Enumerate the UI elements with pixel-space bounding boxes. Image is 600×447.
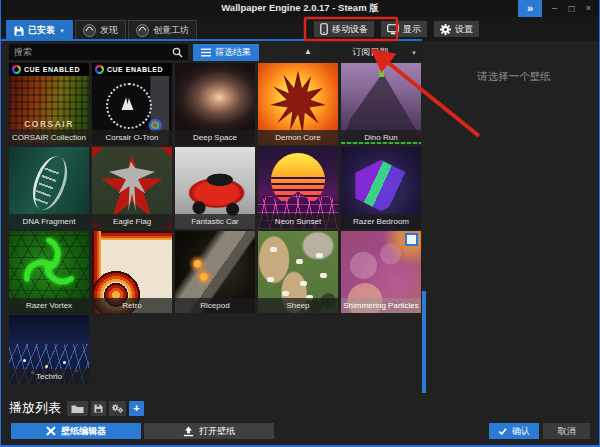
playlist-buttons: + [67,401,144,416]
icue-logo-icon [12,65,21,74]
wallpaper-tile-corsair-o-tron[interactable]: CUE ENABLED Corsair O-Tron [92,63,172,145]
wallpaper-tile-razer-vortex[interactable]: Razer Vortex [9,231,89,313]
phone-icon [320,23,328,35]
wallpaper-tile-dna-fragment[interactable]: DNA Fragment [9,147,89,229]
sort-dropdown[interactable]: 订阅日期 ▼ [319,44,422,61]
topbar-buttons: 移动设备 显示 设置 [314,21,479,37]
display-label: 显示 [403,23,421,36]
window-controls: » – □ × [518,0,597,17]
close-button[interactable]: × [580,0,597,17]
tab-discover[interactable]: 发现 [75,20,126,40]
tile-checkbox[interactable] [405,233,418,246]
open-wallpaper-button[interactable]: 打开壁纸 [144,423,274,439]
wallpaper-title: Techno [9,369,89,384]
wallpaper-tile-ricepod[interactable]: Ricepod [175,231,255,313]
wallpaper-title: Deep Space [175,130,255,145]
collapse-arrow[interactable]: ▲ [304,47,312,56]
filter-results-button[interactable]: 筛选结果 [193,44,259,61]
gears-icon [112,404,123,413]
wallpaper-title: CORSAIR Collection [9,130,89,145]
tab-installed-label: 已安装 [28,24,55,37]
wallpaper-tile-fantastic-car[interactable]: Fantastic Car [175,147,255,229]
chevron-down-icon: ▼ [59,28,65,34]
dino-sprite [379,70,384,77]
minimize-button[interactable]: – [546,0,563,17]
wallpaper-tile-retro[interactable]: Retro [92,231,172,313]
wallpaper-tile-eagle-flag[interactable]: Eagle Flag [92,147,172,229]
razer-logo-art [17,234,81,298]
wallpaper-tile-corsair-collection[interactable]: CUE ENABLED CORSAIR CORSAIR Collection [9,63,89,145]
confirm-label: 确认 [512,425,530,438]
mobile-device-button[interactable]: 移动设备 [314,21,374,37]
tab-underline [1,39,422,41]
mobile-device-label: 移动设备 [332,23,368,36]
grid-scrollbar-thumb[interactable] [422,291,426,393]
wallpaper-tile-dino-run[interactable]: Dino Run [341,63,421,145]
wallpaper-title: DNA Fragment [9,214,89,229]
wallpaper-title: Corsair O-Tron [92,130,172,145]
wallpaper-title: Demon Core [258,130,338,145]
wallpaper-tile-neon-sunset[interactable]: Neon Sunset [258,147,338,229]
wallpaper-title: Neon Sunset [258,214,338,229]
wallpaper-title: Fantastic Car [175,214,255,229]
maximize-button[interactable]: □ [563,0,580,17]
playlist-open-folder-button[interactable] [67,401,88,416]
playlist-save-button[interactable] [91,401,106,416]
wallpaper-title: Razer Bedroom [341,214,421,229]
icue-logo-icon [95,65,104,74]
wallpaper-title: Retro [92,298,172,313]
wallpaper-tile-deep-space[interactable]: Deep Space [175,63,255,145]
settings-label: 设置 [455,23,473,36]
wallpaper-editor-button[interactable]: 壁纸编辑器 [11,423,141,439]
window-title: Wallpaper Engine 2.0.17 - Steam 版 [1,2,599,15]
tab-workshop-label: 创意工坊 [153,24,189,37]
discover-icon [83,24,96,37]
wallpaper-title: Sheep [258,298,338,313]
upload-icon [183,426,194,437]
save-icon [94,404,103,413]
wallpaper-tile-razer-bedroom[interactable]: Razer Bedroom [341,147,421,229]
open-wallpaper-label: 打开壁纸 [199,425,235,438]
filter-results-label: 筛选结果 [215,46,251,59]
cancel-button[interactable]: 取消 [543,423,590,439]
wallpaper-title: Eagle Flag [92,214,172,229]
playlist-title: 播放列表 [9,399,61,417]
tab-discover-label: 发现 [100,24,118,37]
wallpaper-title: Dino Run [341,130,421,145]
techno-glow-art [23,359,26,362]
no-selection-message: 请选择一个壁纸 [429,70,599,84]
playlist-add-button[interactable]: + [129,401,144,416]
save-icon [14,26,24,36]
cancel-label: 取消 [558,425,576,438]
display-button[interactable]: 显示 [381,21,427,37]
folder-icon [71,404,84,414]
wallpaper-tile-techno[interactable]: Techno [9,315,89,384]
wallpaper-tile-sheep[interactable]: Sheep [258,231,338,313]
settings-button[interactable]: 设置 [434,21,479,37]
playlist-settings-button[interactable] [109,401,126,416]
more-chevrons-button[interactable]: » [518,0,542,17]
icue-banner-text: CUE ENABLED [24,66,80,73]
confirm-button[interactable]: 确认 [489,423,539,439]
search-input[interactable] [9,44,188,60]
wallpaper-tile-demon-core[interactable]: Demon Core [258,63,338,145]
tab-installed[interactable]: 已安装 ▼ [6,20,73,40]
editor-x-icon [46,426,56,436]
tab-bar: 已安装 ▼ 发现 创意工坊 [6,20,197,40]
sheep-art [270,247,277,252]
wallpaper-title: Ricepod [175,298,255,313]
monitor-icon [387,24,399,35]
tab-workshop[interactable]: 创意工坊 [128,20,197,40]
filter-list-icon [201,48,211,57]
wallpaper-title: Shimmering Particles [341,298,421,313]
wallpaper-title: Razer Vortex [9,298,89,313]
workshop-icon [136,24,149,37]
chevron-down-icon: ▼ [411,50,417,56]
gear-icon [440,24,451,35]
wallpaper-tile-shimmering-particles[interactable]: Shimmering Particles [341,231,421,313]
sort-dropdown-value: 订阅日期 [353,46,389,59]
corsair-watermark: CORSAIR [9,119,89,129]
icue-banner: CUE ENABLED [92,63,172,76]
wallpaper-engine-window: Wallpaper Engine 2.0.17 - Steam 版 » – □ … [0,0,600,447]
title-bar: Wallpaper Engine 2.0.17 - Steam 版 » – □ … [1,0,599,17]
